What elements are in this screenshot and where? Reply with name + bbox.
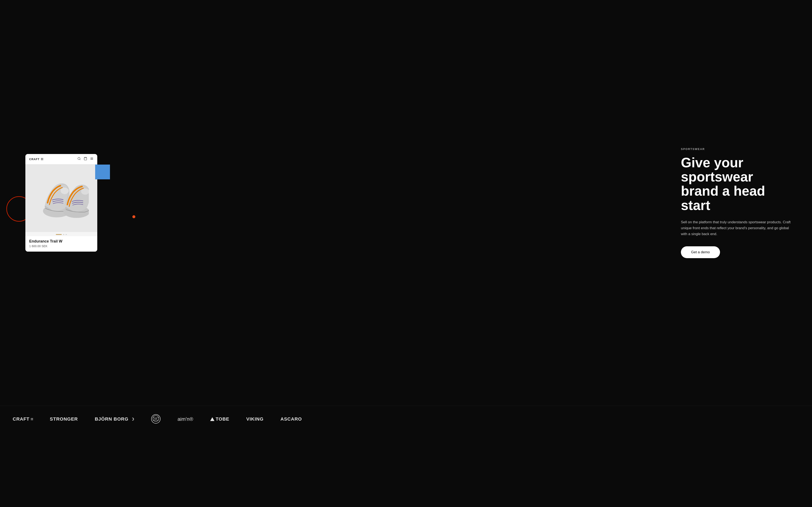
slide-indicator — [26, 232, 97, 236]
cart-icon[interactable] — [84, 157, 87, 161]
search-icon[interactable] — [78, 157, 81, 161]
brand-bjornborg: BJÖRN BORG ☽ — [95, 416, 134, 422]
craft-dot-1 — [41, 158, 42, 159]
hero-section: CRAFT — [0, 0, 812, 406]
menu-icon[interactable] — [90, 157, 94, 161]
product-card-section: CRAFT — [26, 154, 97, 251]
svg-point-9 — [81, 188, 89, 194]
tobe-triangle-icon — [210, 417, 214, 421]
brand-aimn: aim'n® — [177, 416, 193, 422]
brand-betterbodies: BETTER BB BODIES — [151, 414, 160, 424]
product-name: Endurance Trail W — [29, 239, 94, 243]
card-icons — [78, 157, 94, 161]
brands-bar: CRAFT STRONGER BJÖRN BORG ☽ BETTER BB — [0, 406, 812, 433]
craft-logo: CRAFT — [29, 158, 43, 161]
decorative-orange-dot — [133, 215, 135, 218]
brand-tobe: TOBE — [210, 416, 230, 422]
brand-craft: CRAFT — [13, 416, 33, 422]
craft-dot-4 — [42, 159, 43, 160]
craft-dot-2 — [42, 158, 43, 159]
main-headline: Give your sportswear brand a head start — [681, 156, 795, 213]
product-price: 1 600.00 SEK — [29, 244, 94, 248]
indicator-dot-active — [56, 234, 62, 235]
indicator-dot-3 — [65, 234, 67, 235]
craft-logo-text: CRAFT — [29, 158, 40, 161]
brand-stronger: STRONGER — [50, 416, 78, 422]
shoe-illustration — [34, 169, 89, 228]
brands-track: CRAFT STRONGER BJÖRN BORG ☽ BETTER BB — [0, 414, 812, 424]
bjorn-moon-icon: ☽ — [131, 417, 134, 421]
brand-ascaro: ASCARO — [281, 416, 302, 422]
craft-logo-dots — [41, 158, 43, 160]
craft-brand-dots — [31, 418, 33, 420]
decorative-blue-square — [95, 165, 110, 179]
get-demo-button[interactable]: Get a demo — [681, 246, 720, 258]
indicator-dot-2 — [63, 234, 64, 235]
craft-dot-3 — [41, 159, 42, 160]
hero-content: SPORTSWEAR Give your sportswear brand a … — [664, 148, 795, 258]
category-label: SPORTSWEAR — [681, 148, 795, 151]
card-header: CRAFT — [26, 154, 97, 164]
brand-viking: VIKING — [246, 416, 264, 422]
svg-point-0 — [78, 157, 80, 160]
product-image — [26, 164, 97, 232]
product-card: CRAFT — [26, 154, 97, 251]
svg-text:BB: BB — [155, 418, 157, 419]
card-info: Endurance Trail W 1 600.00 SEK — [26, 236, 97, 251]
description-text: Sell on the platform that truly understa… — [681, 219, 795, 237]
svg-line-1 — [80, 159, 80, 160]
svg-point-7 — [61, 187, 69, 194]
svg-text:BODIES: BODIES — [153, 419, 159, 421]
craft-brand-text: CRAFT — [13, 416, 30, 422]
bb-emblem: BETTER BB BODIES — [151, 414, 160, 424]
